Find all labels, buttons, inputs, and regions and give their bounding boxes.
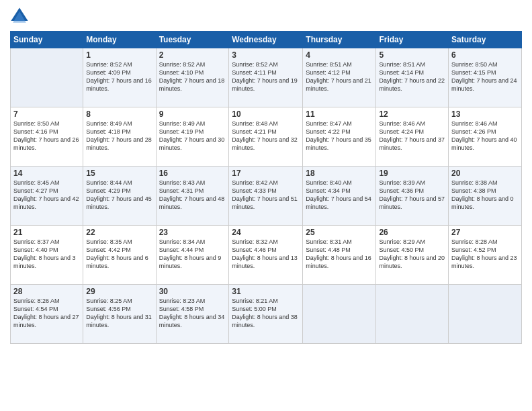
day-info: Sunrise: 8:21 AM Sunset: 5:00 PM Dayligh… xyxy=(232,297,300,330)
calendar-cell xyxy=(303,285,376,344)
calendar-cell: 26Sunrise: 8:29 AM Sunset: 4:50 PM Dayli… xyxy=(376,226,449,285)
calendar-header-thursday: Thursday xyxy=(303,32,376,48)
calendar-cell: 13Sunrise: 8:46 AM Sunset: 4:26 PM Dayli… xyxy=(449,107,522,167)
calendar-week-row: 1Sunrise: 8:52 AM Sunset: 4:09 PM Daylig… xyxy=(11,48,522,107)
calendar-cell: 15Sunrise: 8:44 AM Sunset: 4:29 PM Dayli… xyxy=(83,167,156,226)
day-number: 5 xyxy=(379,50,445,60)
day-number: 17 xyxy=(232,169,300,178)
calendar-table: SundayMondayTuesdayWednesdayThursdayFrid… xyxy=(10,31,522,344)
calendar-cell: 21Sunrise: 8:37 AM Sunset: 4:40 PM Dayli… xyxy=(11,226,83,285)
day-number: 1 xyxy=(86,50,152,60)
day-number: 18 xyxy=(306,169,373,178)
calendar-cell xyxy=(11,48,83,107)
day-info: Sunrise: 8:42 AM Sunset: 4:33 PM Dayligh… xyxy=(232,179,300,212)
day-number: 8 xyxy=(86,109,152,119)
calendar-header-saturday: Saturday xyxy=(449,32,522,48)
calendar-cell: 6Sunrise: 8:50 AM Sunset: 4:15 PM Daylig… xyxy=(449,48,522,107)
day-info: Sunrise: 8:23 AM Sunset: 4:58 PM Dayligh… xyxy=(159,297,226,330)
logo-icon xyxy=(10,7,29,26)
day-info: Sunrise: 8:49 AM Sunset: 4:18 PM Dayligh… xyxy=(86,120,152,152)
day-info: Sunrise: 8:26 AM Sunset: 4:54 PM Dayligh… xyxy=(13,297,80,330)
day-info: Sunrise: 8:29 AM Sunset: 4:50 PM Dayligh… xyxy=(379,238,445,271)
calendar-week-row: 7Sunrise: 8:50 AM Sunset: 4:16 PM Daylig… xyxy=(11,107,522,167)
day-number: 30 xyxy=(159,287,226,296)
calendar-cell xyxy=(376,285,449,344)
day-number: 15 xyxy=(86,169,152,178)
calendar-cell: 5Sunrise: 8:51 AM Sunset: 4:14 PM Daylig… xyxy=(376,48,449,107)
calendar-cell: 16Sunrise: 8:43 AM Sunset: 4:31 PM Dayli… xyxy=(156,167,229,226)
day-number: 10 xyxy=(232,109,300,119)
logo xyxy=(10,7,32,26)
day-number: 25 xyxy=(306,228,373,237)
calendar-header-tuesday: Tuesday xyxy=(156,32,229,48)
day-info: Sunrise: 8:49 AM Sunset: 4:19 PM Dayligh… xyxy=(159,120,226,152)
calendar-cell: 20Sunrise: 8:38 AM Sunset: 4:38 PM Dayli… xyxy=(449,167,522,226)
calendar-cell: 14Sunrise: 8:45 AM Sunset: 4:27 PM Dayli… xyxy=(11,167,83,226)
day-info: Sunrise: 8:51 AM Sunset: 4:14 PM Dayligh… xyxy=(379,60,445,93)
day-info: Sunrise: 8:46 AM Sunset: 4:26 PM Dayligh… xyxy=(451,120,519,152)
day-info: Sunrise: 8:25 AM Sunset: 4:56 PM Dayligh… xyxy=(86,297,152,330)
day-info: Sunrise: 8:32 AM Sunset: 4:46 PM Dayligh… xyxy=(232,238,300,271)
calendar-cell: 2Sunrise: 8:52 AM Sunset: 4:10 PM Daylig… xyxy=(156,48,229,107)
day-info: Sunrise: 8:46 AM Sunset: 4:24 PM Dayligh… xyxy=(379,120,445,152)
day-number: 20 xyxy=(451,169,519,178)
day-number: 27 xyxy=(451,228,519,237)
calendar-week-row: 21Sunrise: 8:37 AM Sunset: 4:40 PM Dayli… xyxy=(11,226,522,285)
day-info: Sunrise: 8:48 AM Sunset: 4:21 PM Dayligh… xyxy=(232,120,300,152)
calendar-cell: 12Sunrise: 8:46 AM Sunset: 4:24 PM Dayli… xyxy=(376,107,449,167)
calendar-cell: 9Sunrise: 8:49 AM Sunset: 4:19 PM Daylig… xyxy=(156,107,229,167)
calendar-cell xyxy=(449,285,522,344)
calendar-cell: 23Sunrise: 8:34 AM Sunset: 4:44 PM Dayli… xyxy=(156,226,229,285)
page-container: SundayMondayTuesdayWednesdayThursdayFrid… xyxy=(0,0,532,411)
day-info: Sunrise: 8:52 AM Sunset: 4:10 PM Dayligh… xyxy=(159,60,226,93)
day-number: 28 xyxy=(13,287,80,296)
day-number: 12 xyxy=(379,109,445,119)
day-number: 16 xyxy=(159,169,226,178)
calendar-cell: 3Sunrise: 8:52 AM Sunset: 4:11 PM Daylig… xyxy=(229,48,303,107)
calendar-header-monday: Monday xyxy=(83,32,156,48)
calendar-cell: 7Sunrise: 8:50 AM Sunset: 4:16 PM Daylig… xyxy=(11,107,83,167)
day-info: Sunrise: 8:52 AM Sunset: 4:11 PM Dayligh… xyxy=(232,60,300,93)
day-number: 4 xyxy=(306,50,373,60)
day-info: Sunrise: 8:40 AM Sunset: 4:34 PM Dayligh… xyxy=(306,179,373,212)
calendar-header-row: SundayMondayTuesdayWednesdayThursdayFrid… xyxy=(11,32,522,48)
calendar-header-friday: Friday xyxy=(376,32,449,48)
day-info: Sunrise: 8:52 AM Sunset: 4:09 PM Dayligh… xyxy=(86,60,152,93)
calendar-week-row: 28Sunrise: 8:26 AM Sunset: 4:54 PM Dayli… xyxy=(11,285,522,344)
day-number: 26 xyxy=(379,228,445,237)
day-info: Sunrise: 8:47 AM Sunset: 4:22 PM Dayligh… xyxy=(306,120,373,152)
calendar-cell: 29Sunrise: 8:25 AM Sunset: 4:56 PM Dayli… xyxy=(83,285,156,344)
day-info: Sunrise: 8:43 AM Sunset: 4:31 PM Dayligh… xyxy=(159,179,226,212)
day-info: Sunrise: 8:50 AM Sunset: 4:15 PM Dayligh… xyxy=(451,60,519,93)
calendar-cell: 8Sunrise: 8:49 AM Sunset: 4:18 PM Daylig… xyxy=(83,107,156,167)
header xyxy=(10,7,522,26)
day-number: 7 xyxy=(13,109,80,119)
day-number: 29 xyxy=(86,287,152,296)
calendar-cell: 31Sunrise: 8:21 AM Sunset: 5:00 PM Dayli… xyxy=(229,285,303,344)
calendar-cell: 10Sunrise: 8:48 AM Sunset: 4:21 PM Dayli… xyxy=(229,107,303,167)
calendar-header-wednesday: Wednesday xyxy=(229,32,303,48)
day-info: Sunrise: 8:51 AM Sunset: 4:12 PM Dayligh… xyxy=(306,60,373,93)
calendar-cell: 25Sunrise: 8:31 AM Sunset: 4:48 PM Dayli… xyxy=(303,226,376,285)
day-info: Sunrise: 8:44 AM Sunset: 4:29 PM Dayligh… xyxy=(86,179,152,212)
calendar-cell: 4Sunrise: 8:51 AM Sunset: 4:12 PM Daylig… xyxy=(303,48,376,107)
day-info: Sunrise: 8:37 AM Sunset: 4:40 PM Dayligh… xyxy=(13,238,80,271)
day-number: 21 xyxy=(13,228,80,237)
day-info: Sunrise: 8:50 AM Sunset: 4:16 PM Dayligh… xyxy=(13,120,80,152)
day-info: Sunrise: 8:34 AM Sunset: 4:44 PM Dayligh… xyxy=(159,238,226,271)
calendar-cell: 28Sunrise: 8:26 AM Sunset: 4:54 PM Dayli… xyxy=(11,285,83,344)
day-number: 3 xyxy=(232,50,300,60)
day-info: Sunrise: 8:38 AM Sunset: 4:38 PM Dayligh… xyxy=(451,179,519,212)
day-number: 22 xyxy=(86,228,152,237)
calendar-cell: 24Sunrise: 8:32 AM Sunset: 4:46 PM Dayli… xyxy=(229,226,303,285)
day-number: 24 xyxy=(232,228,300,237)
calendar-cell: 19Sunrise: 8:39 AM Sunset: 4:36 PM Dayli… xyxy=(376,167,449,226)
calendar-cell: 18Sunrise: 8:40 AM Sunset: 4:34 PM Dayli… xyxy=(303,167,376,226)
day-number: 19 xyxy=(379,169,445,178)
day-info: Sunrise: 8:39 AM Sunset: 4:36 PM Dayligh… xyxy=(379,179,445,212)
day-info: Sunrise: 8:45 AM Sunset: 4:27 PM Dayligh… xyxy=(13,179,80,212)
calendar-cell: 11Sunrise: 8:47 AM Sunset: 4:22 PM Dayli… xyxy=(303,107,376,167)
calendar-cell: 30Sunrise: 8:23 AM Sunset: 4:58 PM Dayli… xyxy=(156,285,229,344)
calendar-cell: 22Sunrise: 8:35 AM Sunset: 4:42 PM Dayli… xyxy=(83,226,156,285)
calendar-cell: 27Sunrise: 8:28 AM Sunset: 4:52 PM Dayli… xyxy=(449,226,522,285)
